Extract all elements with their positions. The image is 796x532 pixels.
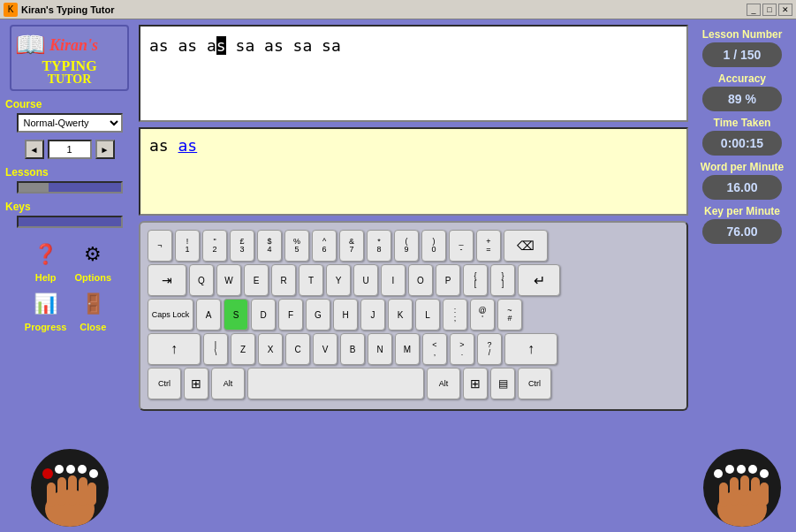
key-bracket-right[interactable]: }]	[490, 264, 515, 296]
key-quote[interactable]: @'	[470, 299, 495, 331]
course-select[interactable]: Normal-Qwerty	[17, 113, 123, 133]
backspace-key[interactable]: ⌫	[504, 230, 548, 262]
key-w[interactable]: W	[216, 264, 241, 296]
key-backslash[interactable]: |\	[203, 333, 228, 365]
key-minus[interactable]: _-	[449, 230, 474, 262]
key-i[interactable]: I	[381, 264, 406, 296]
svg-rect-19	[740, 475, 749, 505]
typed-correct: as	[149, 136, 178, 155]
caps-lock-key[interactable]: Caps Lock	[148, 299, 193, 331]
key-o[interactable]: O	[408, 264, 433, 296]
key-5[interactable]: %5	[284, 230, 309, 262]
key-9[interactable]: (9	[394, 230, 419, 262]
logo-area: 📖 Kiran's TYPING TUTOR	[10, 25, 129, 91]
key-n[interactable]: N	[368, 333, 392, 365]
tab-key[interactable]: ⇥	[148, 264, 186, 296]
key-q[interactable]: Q	[189, 264, 214, 296]
alt-right-key[interactable]: Alt	[427, 368, 460, 399]
help-label: Help	[35, 272, 57, 283]
titlebar-title: Kiran's Typing Tutor	[21, 4, 747, 15]
key-y[interactable]: Y	[326, 264, 351, 296]
progress-label: Progress	[25, 322, 67, 332]
menu-key[interactable]: ▤	[490, 368, 515, 399]
progress-button[interactable]: 📊 Progress	[25, 288, 67, 332]
key-semicolon[interactable]: :;	[443, 299, 467, 331]
close-button[interactable]: ✕	[778, 4, 792, 16]
key-0[interactable]: )0	[421, 230, 446, 262]
lessons-label: Lessons	[5, 166, 49, 179]
key-l[interactable]: L	[415, 299, 440, 331]
svg-rect-9	[79, 477, 87, 505]
key-b[interactable]: B	[340, 333, 365, 365]
key-p[interactable]: P	[436, 264, 460, 296]
key-r[interactable]: R	[271, 264, 296, 296]
key-s[interactable]: S	[224, 299, 248, 331]
key-z[interactable]: Z	[231, 333, 255, 365]
key-e[interactable]: E	[244, 264, 269, 296]
close-app-button[interactable]: 🚪 Close	[72, 288, 115, 332]
key-x[interactable]: X	[258, 333, 283, 365]
cursor: s	[216, 36, 226, 55]
key-slash[interactable]: ?/	[477, 333, 502, 365]
key-h[interactable]: H	[333, 299, 358, 331]
key-4[interactable]: $4	[257, 230, 282, 262]
close-app-label: Close	[80, 322, 106, 332]
app-icon: K	[4, 3, 18, 17]
prev-lesson-button[interactable]: ◄	[25, 140, 44, 159]
course-label: Course	[5, 98, 42, 110]
left-hand-display	[31, 449, 109, 527]
kpm-label: Key per Minute	[704, 205, 780, 217]
key-hash[interactable]: ~#	[497, 299, 522, 331]
key-a[interactable]: A	[196, 299, 221, 331]
key-t[interactable]: T	[299, 264, 323, 296]
key-backtick[interactable]: ¬	[148, 230, 172, 262]
key-period[interactable]: >.	[450, 333, 474, 365]
svg-point-2	[66, 465, 75, 474]
key-d[interactable]: D	[251, 299, 276, 331]
key-m[interactable]: M	[395, 333, 420, 365]
key-j[interactable]: J	[360, 299, 385, 331]
svg-rect-10	[87, 483, 96, 505]
key-u[interactable]: U	[353, 264, 378, 296]
ctrl-right-key[interactable]: Ctrl	[518, 368, 551, 399]
key-c[interactable]: C	[285, 333, 310, 365]
key-k[interactable]: K	[388, 299, 413, 331]
key-row-qwerty: ⇥ Q W E R T Y U I O P {[ }] ↵	[148, 264, 679, 296]
svg-point-15	[760, 469, 769, 478]
svg-point-13	[737, 465, 746, 474]
enter-key[interactable]: ↵	[518, 264, 560, 296]
win-left-key[interactable]: ⊞	[184, 368, 208, 399]
close-app-icon: 🚪	[77, 288, 109, 320]
help-button[interactable]: ❓ Help	[25, 239, 67, 283]
key-f[interactable]: F	[278, 299, 303, 331]
space-key[interactable]	[247, 368, 424, 399]
key-bracket-left[interactable]: {[	[463, 264, 488, 296]
shift-left-key[interactable]: ↑	[148, 333, 201, 365]
key-7[interactable]: &7	[339, 230, 364, 262]
key-2[interactable]: "2	[202, 230, 227, 262]
key-g[interactable]: G	[306, 299, 330, 331]
minimize-button[interactable]: _	[747, 4, 761, 16]
key-v[interactable]: V	[313, 333, 337, 365]
key-3[interactable]: £3	[230, 230, 254, 262]
key-8[interactable]: *8	[367, 230, 391, 262]
lessons-progress-bar	[17, 181, 123, 194]
key-comma[interactable]: <,	[422, 333, 447, 365]
key-1[interactable]: !1	[175, 230, 200, 262]
svg-point-11	[714, 469, 723, 478]
shift-right-key[interactable]: ↑	[504, 333, 557, 365]
accuracy-label: Accuracy	[718, 72, 766, 85]
key-equals[interactable]: +=	[476, 230, 501, 262]
alt-left-key[interactable]: Alt	[211, 368, 245, 399]
options-button[interactable]: ⚙ Options	[72, 239, 115, 283]
win-right-key[interactable]: ⊞	[463, 368, 488, 399]
right-hand-svg	[707, 456, 777, 527]
key-6[interactable]: ^6	[312, 230, 337, 262]
kpm-value: 76.00	[702, 219, 782, 244]
maximize-button[interactable]: □	[762, 4, 777, 16]
next-lesson-button[interactable]: ►	[95, 140, 115, 159]
wpm-label: Word per Minute	[701, 161, 784, 173]
ctrl-left-key[interactable]: Ctrl	[148, 368, 181, 399]
practice-area[interactable]: as as	[139, 127, 688, 216]
sidebar: 📖 Kiran's TYPING TUTOR Course Normal-Qwe…	[5, 25, 133, 527]
